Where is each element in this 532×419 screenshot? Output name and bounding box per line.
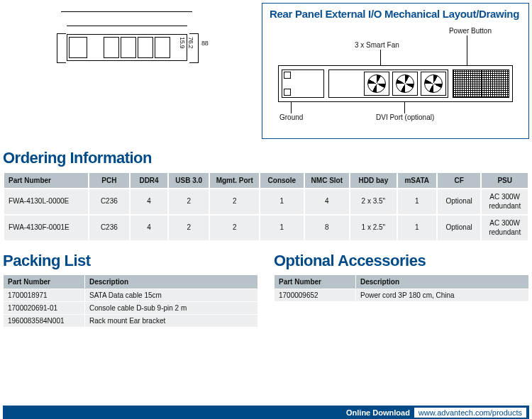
col-description: Description (85, 275, 258, 289)
fan-area (328, 69, 448, 98)
chassis-front (67, 34, 187, 61)
cell: 1700020691-01 (4, 302, 85, 315)
optional-accessories: Optional Accessories Part Number Descrip… (274, 252, 529, 328)
table-row: 1700009652Power cord 3P 180 cm, China (275, 289, 529, 302)
packing-heading: Packing List (3, 252, 258, 270)
cell: 4 (130, 189, 168, 215)
ordering-table: Part Number PCH DDR4 USB 3.0 Mgmt. Port … (3, 172, 529, 242)
col-hdd-bay: HDD bay (350, 172, 397, 189)
cell: 1 x 2.5" (350, 215, 397, 241)
cell: 2 (209, 215, 260, 241)
cell: C236 (89, 215, 130, 241)
cell: 1700009652 (275, 289, 356, 302)
col-ddr4: DDR4 (130, 172, 168, 189)
fan-icon (364, 72, 389, 96)
table-row: FWA-4130F-0001EC236422181 x 2.5"1Optiona… (4, 215, 528, 241)
col-usb: USB 3.0 (168, 172, 209, 189)
table-row: 1960083584N001Rack mount Ear bracket (4, 315, 258, 328)
dimension-height-2: 76.2 (187, 37, 194, 48)
front-drawing: 482.6 465 15.9 76.2 88 (3, 3, 255, 139)
cell: 1700018971 (4, 289, 85, 302)
col-pch: PCH (89, 172, 130, 189)
cell: 8 (304, 215, 350, 241)
cell: Optional (437, 215, 481, 241)
psu-block (453, 69, 509, 98)
cell: FWA-4130L-0000E (4, 189, 89, 215)
rear-panel: Rear Panel External I/O Mechanical Layou… (262, 3, 529, 139)
cell: Rack mount Ear bracket (85, 315, 258, 328)
cell: 2 (168, 215, 209, 241)
ground-label: Ground (279, 113, 303, 121)
cell: 1960083584N001 (4, 315, 85, 328)
fan-icon (392, 72, 418, 96)
dimension-height-total: 88 (201, 40, 208, 47)
top-row: 482.6 465 15.9 76.2 88 Rear Panel Extern… (3, 3, 529, 139)
cell: 1 (260, 189, 304, 215)
ordering-table-head: Part Number PCH DDR4 USB 3.0 Mgmt. Port … (4, 172, 528, 189)
col-nmc-slot: NMC Slot (304, 172, 350, 189)
online-download-url[interactable]: www.advantech.com/products (414, 408, 526, 418)
cell: AC 300Wredundant (481, 215, 528, 241)
cell: 2 x 3.5" (350, 189, 397, 215)
col-part-number: Part Number (4, 275, 85, 289)
cell: 2 (209, 189, 260, 215)
fan-icon (421, 72, 446, 96)
dimension-height-1: 15.9 (179, 37, 186, 48)
cell: FWA-4130F-0001E (4, 215, 89, 241)
footer-bar: Online Download www.advantech.com/produc… (3, 406, 529, 419)
cell: 1 (260, 215, 304, 241)
col-part-number: Part Number (4, 172, 89, 189)
rear-chassis (278, 65, 513, 102)
dvi-port-label: DVI Port (optional) (376, 113, 434, 121)
col-part-number: Part Number (275, 275, 356, 289)
col-cf: CF (437, 172, 481, 189)
cell: 1 (397, 215, 437, 241)
page: 482.6 465 15.9 76.2 88 Rear Panel Extern… (0, 0, 532, 419)
packing-list: Packing List Part Number Description 170… (3, 252, 258, 328)
cell: AC 300Wredundant (481, 189, 528, 215)
ordering-heading: Ordering Information (3, 149, 529, 167)
power-button-label: Power Button (449, 27, 492, 35)
table-row: 1700020691-01Console cable D-sub 9-pin 2… (4, 302, 258, 315)
cell: Optional (437, 189, 481, 215)
cell: 1 (397, 189, 437, 215)
lcm-module (69, 37, 87, 58)
col-console: Console (260, 172, 304, 189)
rear-panel-title: Rear Panel External I/O Mechanical Layou… (270, 8, 521, 20)
col-mgmt-port: Mgmt. Port (209, 172, 260, 189)
online-download-label: Online Download (346, 408, 410, 417)
cell: 2 (168, 189, 209, 215)
col-msata: mSATA (397, 172, 437, 189)
accessories-heading: Optional Accessories (274, 252, 529, 270)
cell: SATA Data cable 15cm (85, 289, 258, 302)
accessories-table: Part Number Description 1700009652Power … (274, 274, 529, 302)
rear-drawing: Power Button 3 x Smart Fan Ground (270, 24, 521, 123)
col-description: Description (356, 275, 529, 289)
lists-row: Packing List Part Number Description 170… (3, 252, 529, 328)
cell: 4 (130, 215, 168, 241)
cell: Console cable D-sub 9-pin 2 m (85, 302, 258, 315)
io-block (282, 69, 324, 98)
nmc-bays (89, 37, 185, 58)
packing-table: Part Number Description 1700018971SATA D… (3, 274, 258, 328)
cell: 4 (304, 189, 350, 215)
table-row: 1700018971SATA Data cable 15cm (4, 289, 258, 302)
cell: Power cord 3P 180 cm, China (356, 289, 529, 302)
col-psu: PSU (481, 172, 528, 189)
table-row: FWA-4130L-0000EC236422142 x 3.5"1Optiona… (4, 189, 528, 215)
smart-fan-label: 3 x Smart Fan (355, 41, 399, 49)
cell: C236 (89, 189, 130, 215)
